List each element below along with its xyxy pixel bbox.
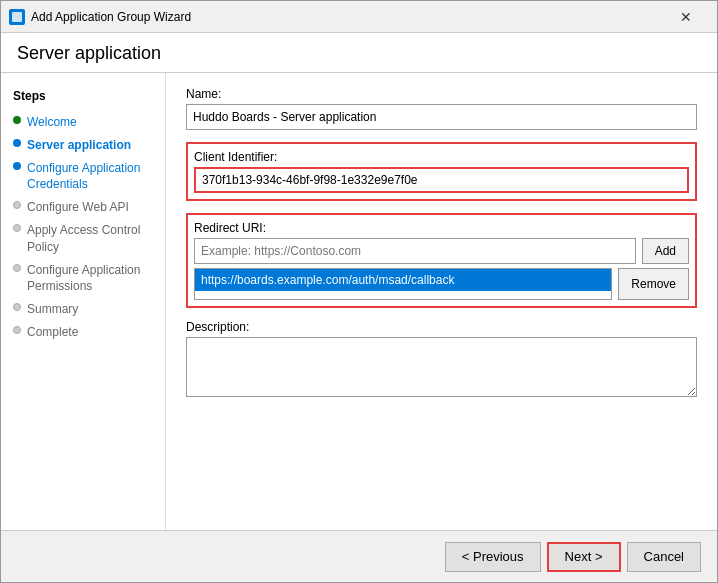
sidebar-dot-complete xyxy=(13,326,21,334)
uri-list-item[interactable]: https://boards.example.com/auth/msad/cal… xyxy=(195,269,611,291)
sidebar-dot-server xyxy=(13,139,21,147)
name-input[interactable] xyxy=(186,104,697,130)
sidebar-dot-summary xyxy=(13,303,21,311)
next-button[interactable]: Next > xyxy=(547,542,621,572)
sidebar-heading: Steps xyxy=(1,85,165,111)
name-label: Name: xyxy=(186,87,697,101)
name-group: Name: xyxy=(186,87,697,130)
sidebar-item-configure-permissions: Configure Application Permissions xyxy=(1,259,165,299)
sidebar-dot-perms xyxy=(13,264,21,272)
sidebar-dot-access xyxy=(13,224,21,232)
sidebar-item-web-api: Configure Web API xyxy=(1,196,165,219)
redirect-uri-input-row: Add xyxy=(194,238,689,264)
sidebar-item-complete: Complete xyxy=(1,321,165,344)
description-textarea[interactable] xyxy=(186,337,697,397)
close-button[interactable]: ✕ xyxy=(663,1,709,33)
sidebar-label-webapi: Configure Web API xyxy=(27,199,129,216)
sidebar: Steps Welcome Server application Configu… xyxy=(1,73,166,530)
uri-value: https://boards.example.com/auth/msad/cal… xyxy=(201,273,454,287)
sidebar-item-access-control: Apply Access Control Policy xyxy=(1,219,165,259)
sidebar-item-welcome[interactable]: Welcome xyxy=(1,111,165,134)
main-panel: Name: Client Identifier: Redirect URI: A… xyxy=(166,73,717,530)
sidebar-label-server: Server application xyxy=(27,137,131,154)
footer: < Previous Next > Cancel xyxy=(1,530,717,582)
page-heading: Server application xyxy=(17,43,701,64)
sidebar-label-summary: Summary xyxy=(27,301,78,318)
redirect-uri-input[interactable] xyxy=(194,238,636,264)
add-uri-button[interactable]: Add xyxy=(642,238,689,264)
description-label: Description: xyxy=(186,320,697,334)
sidebar-dot-webapi xyxy=(13,201,21,209)
sidebar-label-access: Apply Access Control Policy xyxy=(27,222,153,256)
client-id-input[interactable] xyxy=(194,167,689,193)
sidebar-item-configure-creds[interactable]: Configure Application Credentials xyxy=(1,157,165,197)
client-id-label: Client Identifier: xyxy=(194,150,689,164)
page-header: Server application xyxy=(1,33,717,73)
content-area: Steps Welcome Server application Configu… xyxy=(1,73,717,530)
cancel-button[interactable]: Cancel xyxy=(627,542,701,572)
description-group: Description: xyxy=(186,320,697,400)
redirect-uri-label: Redirect URI: xyxy=(194,221,689,235)
client-id-highlight-box: Client Identifier: xyxy=(186,142,697,201)
uri-list-row: https://boards.example.com/auth/msad/cal… xyxy=(194,268,689,300)
sidebar-dot-welcome xyxy=(13,116,21,124)
sidebar-item-server-application[interactable]: Server application xyxy=(1,134,165,157)
sidebar-label-creds: Configure Application Credentials xyxy=(27,160,153,194)
title-bar: Add Application Group Wizard ✕ xyxy=(1,1,717,33)
svg-rect-0 xyxy=(12,12,22,22)
title-bar-text: Add Application Group Wizard xyxy=(31,10,657,24)
uri-list: https://boards.example.com/auth/msad/cal… xyxy=(194,268,612,300)
sidebar-label-welcome: Welcome xyxy=(27,114,77,131)
sidebar-dot-creds xyxy=(13,162,21,170)
sidebar-item-summary: Summary xyxy=(1,298,165,321)
uri-list-box: https://boards.example.com/auth/msad/cal… xyxy=(194,268,612,300)
app-icon xyxy=(9,9,25,25)
wizard-window: Add Application Group Wizard ✕ Server ap… xyxy=(0,0,718,583)
sidebar-label-perms: Configure Application Permissions xyxy=(27,262,153,296)
previous-button[interactable]: < Previous xyxy=(445,542,541,572)
remove-uri-button[interactable]: Remove xyxy=(618,268,689,300)
redirect-uri-highlight-box: Redirect URI: Add https://boards.example… xyxy=(186,213,697,308)
sidebar-label-complete: Complete xyxy=(27,324,78,341)
